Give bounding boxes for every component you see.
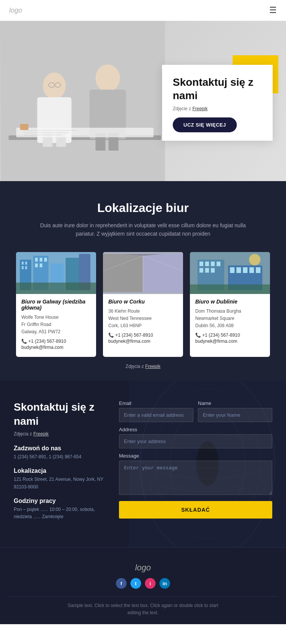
hours-text: Pon – piątek ...... 10:00 – 20:00, sobot… xyxy=(14,506,105,520)
form-group-name: Name xyxy=(198,400,272,422)
svg-rect-25 xyxy=(40,258,42,262)
footer-social: f t i in xyxy=(8,578,278,589)
office-image-dublin xyxy=(190,252,270,294)
svg-rect-24 xyxy=(35,258,38,262)
hero-photo-credit: Zdjęcie z Freepik xyxy=(173,106,262,111)
contact-call: Zadzwoń do nas 1 (234) 567-891, 1 (234) … xyxy=(14,445,105,461)
svg-rect-54 xyxy=(249,267,254,273)
footer-divider xyxy=(8,596,278,597)
location-address: 121 Rock Street, 21 Avenue, Nowy Jork, N… xyxy=(14,476,105,490)
offices-grid: Biuro w Galway (siedziba główna) Wolfe T… xyxy=(15,252,271,357)
hero-card: Skontaktuj się z nami Zdjęcie z Freepik … xyxy=(162,65,273,141)
office-cork-address: 36 Kiehn Route West Ned Tennessee Cork, … xyxy=(108,308,178,330)
svg-rect-55 xyxy=(256,267,260,273)
form-row-email-name: Email Name xyxy=(119,400,272,422)
logo: logo xyxy=(9,6,22,14)
contact-freepik-link[interactable]: Freepik xyxy=(33,431,48,437)
svg-rect-32 xyxy=(16,283,96,294)
svg-rect-45 xyxy=(211,262,215,266)
contact-title: Skontaktuj się z nami xyxy=(14,400,105,428)
svg-rect-51 xyxy=(230,267,235,273)
svg-rect-14 xyxy=(20,124,29,130)
message-textarea[interactable] xyxy=(119,461,272,495)
hero-cta-button[interactable]: UCZ SIĘ WIĘCEJ xyxy=(173,117,237,132)
office-galway-contact: 📞 +1 (234) 567-8910 budynek@firma.com xyxy=(21,339,91,350)
contact-photo-credit: Zdjęcia z Freepik xyxy=(14,431,105,437)
contact-hours: Godziny pracy Pon – piątek ...... 10:00 … xyxy=(14,498,105,520)
svg-rect-46 xyxy=(217,262,220,266)
svg-rect-40 xyxy=(103,292,183,294)
svg-rect-22 xyxy=(25,266,27,269)
message-label: Message xyxy=(119,453,272,459)
office-dublin-contact: 📞 +1 (234) 567-8910 budynek@firma.com xyxy=(195,332,265,344)
svg-rect-48 xyxy=(205,268,209,273)
location-title: Lokalizacja xyxy=(14,467,105,474)
svg-rect-27 xyxy=(35,263,38,267)
contact-location: Lokalizacja 121 Rock Street, 21 Avenue, … xyxy=(14,467,105,490)
svg-rect-28 xyxy=(40,263,42,267)
address-label: Address xyxy=(119,427,272,432)
svg-rect-19 xyxy=(22,262,24,265)
svg-rect-26 xyxy=(44,258,47,262)
call-numbers: 1 (234) 567-891, 1 (234) 987-654 xyxy=(14,453,105,461)
svg-point-2 xyxy=(43,72,66,99)
submit-button[interactable]: SKŁADAĆ xyxy=(119,501,272,519)
hero-image xyxy=(0,21,166,181)
svg-rect-0 xyxy=(1,21,165,181)
form-group-email: Email xyxy=(119,400,193,422)
office-cork-name: Biuro w Corku xyxy=(108,299,178,305)
hero-section: Skontaktuj się z nami Zdjęcie z Freepik … xyxy=(0,21,286,181)
freepik-link[interactable]: Freepik xyxy=(192,106,207,111)
svg-point-6 xyxy=(96,64,120,92)
office-galway-address: Wolfe Tone House Fr Griffin Road Galway,… xyxy=(21,314,91,336)
svg-rect-44 xyxy=(205,262,209,266)
offices-photo-credit: Zdjęcia z Freepik xyxy=(15,364,271,369)
email-label: Email xyxy=(119,400,193,406)
instagram-icon[interactable]: i xyxy=(145,578,156,589)
svg-rect-20 xyxy=(25,262,27,265)
contact-section: Skontaktuj się z nami Zdjęcia z Freepik … xyxy=(0,381,286,547)
svg-point-57 xyxy=(249,254,260,265)
name-input[interactable] xyxy=(198,408,272,422)
offices-section: Lokalizacje biur Duis aute irure dolor i… xyxy=(0,181,286,381)
svg-rect-53 xyxy=(243,267,247,273)
svg-rect-43 xyxy=(199,262,203,266)
office-cork-contact: 📞 +1 (234) 567-8910 budynek@firma.com xyxy=(108,332,178,344)
offices-title: Lokalizacje biur xyxy=(15,201,271,215)
svg-rect-56 xyxy=(190,284,270,294)
office-image-galway xyxy=(16,252,96,294)
office-image-cork xyxy=(103,252,183,294)
office-dublin-name: Biuro w Dublinie xyxy=(195,299,265,305)
office-card-cork: Biuro w Corku 36 Kiehn Route West Ned Te… xyxy=(103,252,183,357)
office-dublin-address: Dom Thomasa Burgha Newmarket Square Dubl… xyxy=(195,308,265,330)
svg-rect-47 xyxy=(199,268,203,273)
menu-icon[interactable]: ☰ xyxy=(269,5,277,15)
offices-description: Duis aute irure dolor in reprehenderit i… xyxy=(38,221,248,238)
hero-title: Skontaktuj się z nami xyxy=(173,75,262,102)
svg-rect-21 xyxy=(22,266,24,269)
offices-freepik-link[interactable]: Freepik xyxy=(145,364,161,369)
email-input[interactable] xyxy=(119,408,193,422)
footer: logo f t i in Sample text. Click to sele… xyxy=(0,547,286,624)
header: logo ☰ xyxy=(0,0,286,21)
svg-rect-49 xyxy=(211,268,215,273)
address-input[interactable] xyxy=(119,434,272,448)
form-group-message: Message xyxy=(119,453,272,495)
twitter-icon[interactable]: t xyxy=(130,578,141,589)
office-card-dublin: Biuro w Dublinie Dom Thomasa Burgha Newm… xyxy=(190,252,270,357)
office-card-galway: Biuro w Galway (siedziba główna) Wolfe T… xyxy=(16,252,96,357)
office-galway-name: Biuro w Galway (siedziba główna) xyxy=(21,299,91,311)
facebook-icon[interactable]: f xyxy=(116,578,127,589)
footer-logo: logo xyxy=(8,563,278,573)
footer-sample-text: Sample text. Click to select the text bo… xyxy=(67,602,219,617)
form-group-address: Address xyxy=(119,427,272,448)
contact-info: Skontaktuj się z nami Zdjęcia z Freepik … xyxy=(14,400,105,527)
svg-rect-39 xyxy=(103,252,183,254)
linkedin-icon[interactable]: in xyxy=(159,578,170,589)
name-label: Name xyxy=(198,400,272,406)
hours-title: Godziny pracy xyxy=(14,498,105,504)
contact-form: Email Name Address Message SKŁADAĆ xyxy=(119,400,272,519)
svg-rect-52 xyxy=(236,267,241,273)
call-title: Zadzwoń do nas xyxy=(14,445,105,452)
